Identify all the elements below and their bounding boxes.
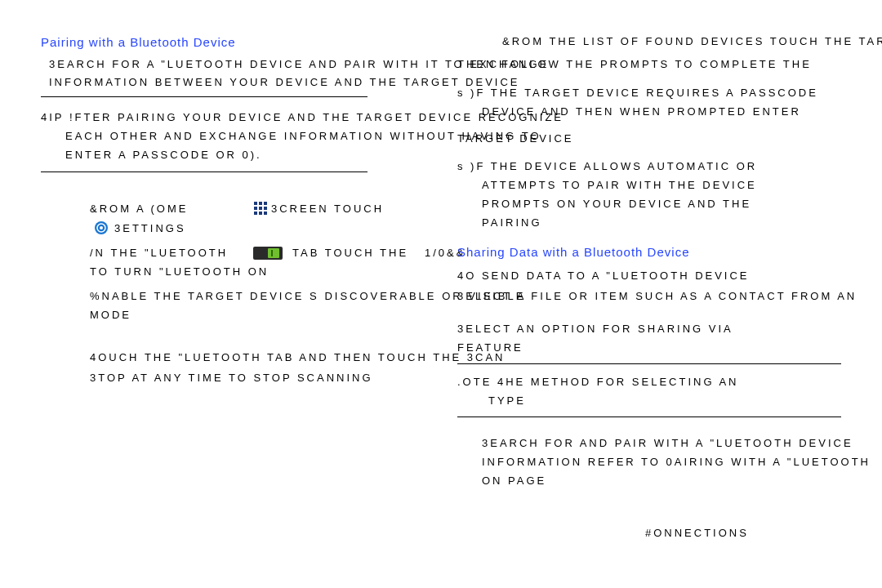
svg-rect-4 (254, 207, 257, 210)
step2-text-a: /N THE "LUETOOTH (90, 247, 228, 259)
step1-text-b: 3CREEN TOUCH (271, 203, 384, 215)
svg-point-12 (100, 226, 103, 229)
step1-text-a: &ROM A (OME (90, 203, 188, 215)
settings-icon (94, 220, 109, 235)
divider-4 (457, 416, 841, 417)
step1-text-c: 3ETTINGS (114, 222, 186, 234)
tip-line3: ENTER A PASSCODE OR 0). (65, 149, 262, 161)
step2-text-b: TAB TOUCH THE (292, 247, 408, 259)
step4-text: 4OUCH THE "LUETOOTH TAB AND THEN TOUCH T… (90, 351, 506, 363)
svg-rect-2 (259, 202, 262, 205)
svg-rect-7 (254, 212, 257, 215)
apps-icon (253, 201, 268, 216)
heading-sharing: Sharing Data with a Bluetooth Device (457, 245, 689, 259)
svg-rect-15 (271, 250, 273, 256)
svg-rect-6 (264, 207, 267, 210)
svg-rect-8 (259, 212, 262, 215)
divider-2 (41, 172, 368, 172)
note-line1: .OTE 4HE METHOD FOR SELECTING AN (457, 376, 738, 388)
r2-line1: 4O SEND DATA TO A "LUETOOTH DEVICE (457, 270, 750, 282)
r1-line2: THEN FOLLOW THE PROMPTS TO COMPLETE THE (457, 58, 812, 70)
r1-line3: s )F THE TARGET DEVICE REQUIRES A PASSCO… (457, 87, 818, 99)
r2-line3: 3ELECT AN OPTION FOR SHARING VIA (457, 323, 733, 335)
footer-text: #ONNECTIONS (645, 527, 749, 539)
r3-line3: ON PAGE (482, 474, 546, 487)
r1-line4: DEVICE AND THEN WHEN PROMPTED ENTER (482, 105, 801, 118)
note-line2: TYPE (488, 394, 526, 407)
divider-3 (457, 363, 841, 364)
r1-line1: &ROM THE LIST OF FOUND DEVICES TOUCH THE… (502, 35, 882, 47)
r3-line1: 3EARCH FOR AND PAIR WITH A "LUETOOTH DEV… (482, 437, 853, 449)
step5-text: 3TOP AT ANY TIME TO STOP SCANNING (90, 372, 373, 384)
r1-line9: PAIRING (482, 216, 542, 229)
svg-rect-14 (268, 248, 279, 258)
heading-pairing: Pairing with a Bluetooth Device (41, 35, 236, 49)
svg-rect-9 (264, 212, 267, 215)
step3-text-b: MODE (90, 309, 131, 321)
svg-rect-5 (259, 207, 262, 210)
p1-line2: INFORMATION BETWEEN YOUR DEVICE AND THE … (49, 76, 520, 88)
r3-line2: INFORMATION REFER TO 0AIRING WITH A "LUE… (482, 456, 871, 468)
toggle-icon (253, 247, 283, 260)
r1-line7: ATTEMPTS TO PAIR WITH THE DEVICE (482, 179, 757, 191)
r2-line2: 3ELECT A FILE OR ITEM SUCH AS A CONTACT … (457, 290, 857, 302)
r1-line5: TARGET DEVICE (457, 132, 574, 145)
step2-text-d: TO TURN "LUETOOTH ON (90, 265, 269, 278)
svg-rect-1 (254, 202, 257, 205)
svg-rect-3 (264, 202, 267, 205)
divider-1 (41, 96, 368, 97)
r1-line6: s )F THE DEVICE ALLOWS AUTOMATIC OR (457, 160, 757, 172)
r2-line4: FEATURE (457, 341, 523, 354)
r1-line8: PROMPTS ON YOUR DEVICE AND THE (482, 198, 751, 210)
